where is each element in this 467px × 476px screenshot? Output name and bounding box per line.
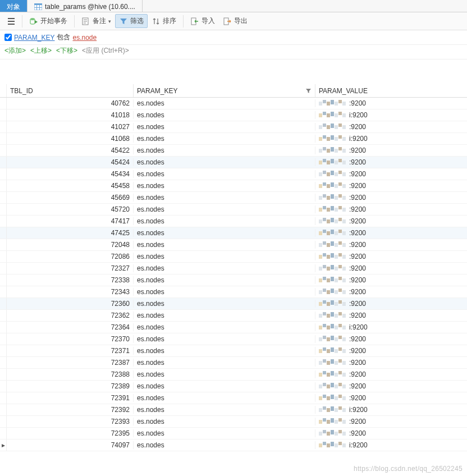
cell-tbl-id[interactable]: 72086 <box>7 253 134 260</box>
cell-tbl-id[interactable]: 45669 <box>7 194 134 202</box>
cell-param-value[interactable]: :9200 <box>315 312 467 319</box>
cell-param-key[interactable]: es.nodes <box>134 335 315 343</box>
cell-param-value[interactable]: :9200 <box>315 241 467 249</box>
cell-param-value[interactable]: :9200 <box>315 229 467 237</box>
table-row[interactable]: 45434es.nodes:9200 <box>0 168 467 180</box>
cell-param-key[interactable]: es.nodes <box>134 205 315 213</box>
cell-tbl-id[interactable]: 72392 <box>7 406 134 414</box>
cell-tbl-id[interactable]: 72393 <box>7 418 134 425</box>
cell-tbl-id[interactable]: 72338 <box>7 276 134 284</box>
tab-data[interactable]: table_params @hive (10.60.... <box>28 0 143 12</box>
filter-field-link[interactable]: PARAM_KEY <box>14 34 54 42</box>
cell-param-value[interactable]: :9200 <box>315 194 467 202</box>
cell-tbl-id[interactable]: 72395 <box>7 429 134 437</box>
cell-param-value[interactable]: :9200 <box>315 182 467 190</box>
filter-button[interactable]: 筛选 <box>115 14 148 28</box>
table-row[interactable]: 72387es.nodes:9200 <box>0 357 467 369</box>
cell-param-value[interactable]: :9200 <box>315 253 467 260</box>
table-row[interactable]: 72370es.nodes:9200 <box>0 333 467 345</box>
cell-tbl-id[interactable]: 72364 <box>7 323 134 331</box>
cell-param-key[interactable]: es.nodes <box>134 418 315 425</box>
table-row[interactable]: 72392es.nodesi:9200 <box>0 404 467 416</box>
cell-param-key[interactable]: es.nodes <box>134 288 315 296</box>
cell-tbl-id[interactable]: 72370 <box>7 335 134 343</box>
cell-tbl-id[interactable]: 45720 <box>7 205 134 213</box>
cell-param-key[interactable]: es.nodes <box>134 182 315 190</box>
cell-tbl-id[interactable]: 41018 <box>7 111 134 119</box>
cell-param-value[interactable]: :9200 <box>315 158 467 166</box>
table-row[interactable]: 47425es.nodes:9200 <box>0 227 467 239</box>
cell-tbl-id[interactable]: 45422 <box>7 147 134 154</box>
cell-tbl-id[interactable]: 72048 <box>7 241 134 249</box>
cell-param-key[interactable]: es.nodes <box>134 264 315 272</box>
cell-param-key[interactable]: es.nodes <box>134 123 315 131</box>
table-row[interactable]: 45720es.nodes:9200 <box>0 204 467 216</box>
cell-param-value[interactable]: :9200 <box>315 429 467 437</box>
hamburger-button[interactable] <box>3 15 19 28</box>
table-row[interactable]: 72393es.nodes:9200 <box>0 416 467 428</box>
cell-param-value[interactable]: i:9200 <box>315 406 467 414</box>
column-header-param-value[interactable]: PARAM_VALUE <box>315 84 467 97</box>
table-row[interactable]: 40762es.nodes:9200 <box>0 98 467 109</box>
cell-tbl-id[interactable]: 41068 <box>7 135 134 143</box>
cell-param-value[interactable]: :9200 <box>315 99 467 107</box>
table-row[interactable]: 72360es.nodes:9200 <box>0 298 467 310</box>
cell-param-key[interactable]: es.nodes <box>134 111 315 119</box>
cell-param-value[interactable]: :9200 <box>315 300 467 308</box>
table-row[interactable]: 72327es.nodes:9200 <box>0 263 467 274</box>
cell-param-value[interactable]: :9200 <box>315 147 467 154</box>
cell-param-value[interactable]: :9200 <box>315 335 467 343</box>
table-row[interactable]: 72364es.nodesi:9200 <box>0 322 467 333</box>
cell-tbl-id[interactable]: 45458 <box>7 182 134 190</box>
cell-param-key[interactable]: es.nodes <box>134 241 315 249</box>
cell-tbl-id[interactable]: 47425 <box>7 229 134 237</box>
column-header-tbl-id[interactable]: TBL_ID <box>7 84 134 97</box>
cell-param-key[interactable]: es.nodes <box>134 170 315 178</box>
table-row[interactable]: 45458es.nodes:9200 <box>0 180 467 192</box>
table-row[interactable]: 41018es.nodesi:9200 <box>0 109 467 121</box>
table-row[interactable]: 72343es.nodes:9200 <box>0 286 467 298</box>
cell-param-key[interactable]: es.nodes <box>134 99 315 107</box>
filter-value-link[interactable]: es.node <box>72 34 97 42</box>
cell-param-value[interactable]: :9200 <box>315 276 467 284</box>
table-row[interactable]: 72389es.nodes:9200 <box>0 381 467 392</box>
table-row[interactable]: 72086es.nodes:9200 <box>0 251 467 263</box>
table-row[interactable]: 72388es.nodes:9200 <box>0 369 467 381</box>
cell-param-value[interactable]: :9200 <box>315 418 467 425</box>
cell-param-value[interactable]: :9200 <box>315 205 467 213</box>
cell-param-key[interactable]: es.nodes <box>134 158 315 166</box>
table-row[interactable]: 45669es.nodes:9200 <box>0 192 467 204</box>
funnel-icon[interactable] <box>305 88 312 94</box>
cell-tbl-id[interactable]: 72327 <box>7 264 134 272</box>
table-row[interactable]: 72338es.nodes:9200 <box>0 274 467 286</box>
cell-param-key[interactable]: es.nodes <box>134 217 315 225</box>
cell-param-key[interactable]: es.nodes <box>134 312 315 319</box>
cell-tbl-id[interactable]: 72388 <box>7 370 134 378</box>
cell-param-value[interactable]: i:9200 <box>315 323 467 331</box>
begin-transaction-button[interactable]: 开始事务 <box>25 14 71 28</box>
cell-param-key[interactable]: es.nodes <box>134 300 315 308</box>
memo-button[interactable]: 备注 ▾ <box>77 14 115 28</box>
cell-tbl-id[interactable]: 72391 <box>7 394 134 402</box>
cell-tbl-id[interactable]: 40762 <box>7 99 134 107</box>
table-row[interactable]: 47417es.nodes:9200 <box>0 216 467 227</box>
cell-tbl-id[interactable]: 72371 <box>7 347 134 355</box>
cell-tbl-id[interactable]: 72343 <box>7 288 134 296</box>
cell-param-value[interactable]: :9200 <box>315 170 467 178</box>
cell-tbl-id[interactable]: 45434 <box>7 170 134 178</box>
table-row[interactable]: 72048es.nodes:9200 <box>0 239 467 251</box>
cell-param-key[interactable]: es.nodes <box>134 347 315 355</box>
cell-param-key[interactable]: es.nodes <box>134 276 315 284</box>
cell-param-key[interactable]: es.nodes <box>134 406 315 414</box>
cell-tbl-id[interactable]: 72362 <box>7 312 134 319</box>
cell-param-key[interactable]: es.nodes <box>134 253 315 260</box>
column-header-param-key[interactable]: PARAM_KEY <box>134 84 315 97</box>
tab-objects[interactable]: 对象 <box>0 0 28 12</box>
cell-param-value[interactable]: :9200 <box>315 123 467 131</box>
cell-param-key[interactable]: es.nodes <box>134 441 315 449</box>
sort-button[interactable]: 排序 <box>148 14 180 28</box>
cell-param-key[interactable]: es.nodes <box>134 429 315 437</box>
table-row[interactable]: 72362es.nodes:9200 <box>0 310 467 322</box>
cell-param-key[interactable]: es.nodes <box>134 147 315 154</box>
table-row[interactable]: 41027es.nodes:9200 <box>0 121 467 133</box>
